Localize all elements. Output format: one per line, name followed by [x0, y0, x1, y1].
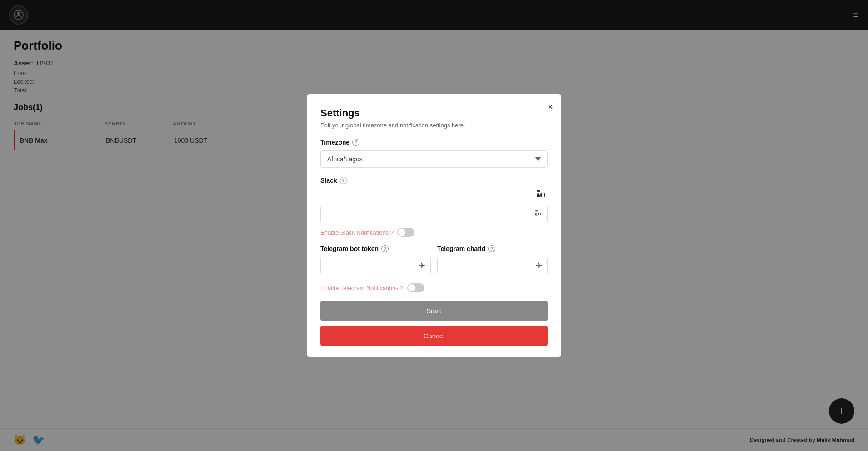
enable-slack-label: Enable Slack Notifications ?: [320, 229, 394, 236]
slack-input-icon: [535, 210, 542, 219]
telegram-inputs: Telegram bot token ? ✈ Telegram chatId ?: [320, 245, 548, 279]
timezone-label: Timezone: [320, 139, 349, 146]
telegram-chat-label: Telegram chatId ?: [437, 245, 548, 252]
svg-rect-10: [535, 215, 538, 216]
modal-subtitle: Edit your global timezone and notificati…: [320, 122, 548, 129]
enable-telegram-label: Enable Telegram Notifications ?: [320, 285, 404, 291]
slack-input-wrapper: [320, 206, 548, 223]
modal-close-button[interactable]: ×: [548, 102, 553, 112]
slack-section-label: Slack ?: [320, 177, 548, 184]
svg-rect-8: [535, 210, 538, 212]
svg-rect-11: [540, 213, 541, 215]
telegram-bot-input[interactable]: [320, 257, 431, 274]
svg-rect-5: [537, 195, 540, 197]
slack-section: Slack ?: [320, 177, 548, 237]
telegram-bot-icon: ✈: [419, 261, 425, 271]
modal-title: Settings: [320, 107, 548, 119]
slack-label: Slack: [320, 177, 337, 184]
slack-toggle-row: Enable Slack Notifications ?: [320, 228, 548, 237]
telegram-bot-label-text: Telegram bot token: [320, 245, 379, 252]
telegram-chat-input-wrapper: ✈: [437, 257, 548, 274]
svg-rect-4: [540, 193, 542, 197]
telegram-chat-help-icon[interactable]: ?: [488, 245, 495, 252]
telegram-section: Telegram bot token ? ✈ Telegram chatId ?: [320, 245, 548, 292]
telegram-bot-label: Telegram bot token ?: [320, 245, 431, 252]
save-button[interactable]: Save: [320, 301, 548, 321]
slack-token-input[interactable]: [320, 206, 548, 223]
slack-brand-icon: [536, 189, 548, 203]
svg-rect-6: [544, 193, 545, 197]
svg-rect-9: [538, 213, 539, 215]
telegram-chat-col: Telegram chatId ? ✈: [437, 245, 548, 279]
telegram-bot-help-icon[interactable]: ?: [381, 245, 389, 252]
telegram-bot-col: Telegram bot token ? ✈: [320, 245, 431, 279]
timezone-select[interactable]: Africa/Lagos UTC America/New_York Europe…: [320, 150, 548, 168]
cancel-button[interactable]: Cancel: [320, 326, 548, 346]
slack-toggle[interactable]: [397, 228, 414, 237]
slack-help-icon[interactable]: ?: [340, 177, 347, 184]
settings-modal: × Settings Edit your global timezone and…: [307, 94, 561, 357]
modal-overlay: × Settings Edit your global timezone and…: [0, 0, 868, 451]
telegram-chat-input[interactable]: [437, 257, 548, 274]
telegram-chat-icon: ✈: [535, 261, 542, 271]
telegram-chat-label-text: Telegram chatId: [437, 245, 485, 252]
timezone-help-icon[interactable]: ?: [352, 139, 359, 146]
timezone-section-label: Timezone ?: [320, 139, 548, 146]
svg-rect-3: [537, 190, 540, 192]
slack-icon-row: [320, 189, 548, 203]
telegram-bot-input-wrapper: ✈: [320, 257, 431, 274]
telegram-toggle[interactable]: [407, 283, 424, 292]
telegram-toggle-row: Enable Telegram Notifications ?: [320, 283, 548, 292]
